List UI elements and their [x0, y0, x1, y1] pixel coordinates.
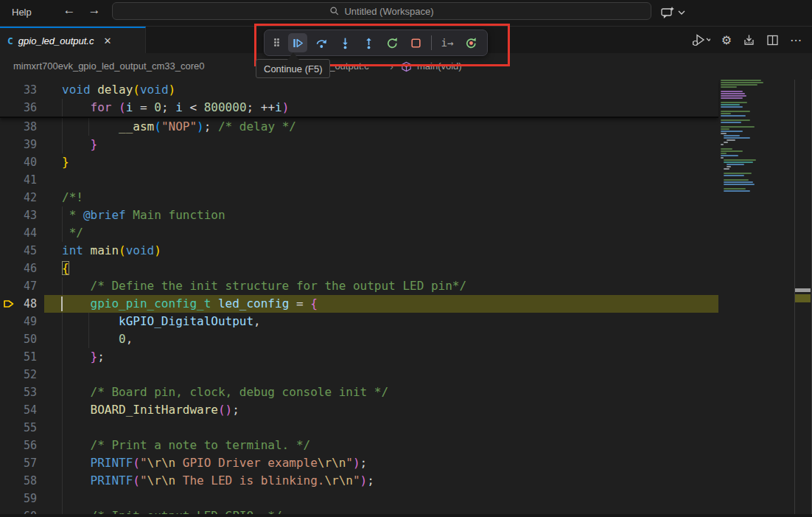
- line-number[interactable]: 44: [0, 224, 37, 242]
- code-line[interactable]: 57 PRINTF("\r\n GPIO Driver example\r\n"…: [0, 454, 718, 472]
- step-into-button[interactable]: [335, 33, 354, 52]
- step-out-button[interactable]: [359, 33, 378, 52]
- line-number[interactable]: 33: [0, 81, 37, 99]
- code-line[interactable]: 56 /* Print a note to terminal. */: [0, 437, 718, 454]
- stop-icon: [410, 37, 422, 49]
- code-line[interactable]: 55: [0, 419, 718, 437]
- line-number[interactable]: 53: [0, 384, 37, 401]
- code-text: __asm("NOP"); /* delay */: [62, 118, 296, 136]
- editor-actions: ⚙ ⋯: [691, 27, 802, 53]
- menu-item-help[interactable]: Help: [7, 5, 36, 19]
- line-number[interactable]: 52: [0, 366, 37, 384]
- minimap[interactable]: [721, 80, 787, 198]
- command-center-search[interactable]: Untitled (Workspace): [112, 2, 651, 20]
- toolbar-drag-handle[interactable]: [270, 33, 284, 52]
- line-number[interactable]: 40: [0, 153, 37, 171]
- restart-button[interactable]: [382, 33, 402, 52]
- code-line[interactable]: 51 };: [0, 348, 718, 366]
- grip-dots-icon: [274, 38, 280, 47]
- line-number[interactable]: 47: [0, 277, 37, 295]
- breadcrumb-project[interactable]: mimxrt700evk_gpio_led_output_cm33_core0: [13, 60, 204, 72]
- line-number[interactable]: 55: [0, 419, 37, 437]
- close-icon[interactable]: ✕: [103, 35, 111, 46]
- editor-pane[interactable]: 38 __asm("NOP"); /* delay */39 }40}4142/…: [0, 80, 812, 517]
- back-arrow-icon[interactable]: ←: [60, 3, 78, 18]
- tooltip-caret: [287, 52, 299, 60]
- line-number[interactable]: 36: [0, 99, 37, 117]
- minimap-line: [721, 119, 750, 121]
- code-line[interactable]: 46{: [0, 260, 718, 277]
- copilot-button[interactable]: [660, 6, 685, 19]
- code-line[interactable]: 45int main(void): [0, 242, 718, 260]
- code-line[interactable]: 40}: [0, 153, 718, 171]
- line-number[interactable]: 39: [0, 136, 37, 153]
- instruction-step-button[interactable]: i→: [438, 33, 457, 52]
- minimap-line: [721, 84, 757, 86]
- split-editor-icon[interactable]: [766, 34, 779, 46]
- code-line[interactable]: 52: [0, 366, 718, 384]
- code-line[interactable]: 50 0,: [0, 330, 718, 348]
- code-line[interactable]: 59: [0, 490, 718, 507]
- command-center-label: Untitled (Workspace): [344, 6, 433, 17]
- tab-gpio-led-output[interactable]: C gpio_led_output.c ✕: [0, 27, 146, 53]
- minimap-line: [724, 142, 728, 143]
- line-number[interactable]: 54: [0, 401, 37, 419]
- line-number[interactable]: 50: [0, 330, 37, 348]
- line-number[interactable]: 38: [0, 118, 37, 136]
- copilot-icon: [660, 6, 675, 19]
- line-number[interactable]: 49: [0, 313, 37, 330]
- code-line[interactable]: 38 __asm("NOP"); /* delay */: [0, 118, 718, 136]
- code-text: BOARD_InitHardware();: [62, 401, 239, 419]
- line-number[interactable]: 59: [0, 490, 37, 507]
- forward-arrow-icon[interactable]: →: [85, 3, 103, 18]
- code-line[interactable]: 47 /* Define the init structure for the …: [0, 277, 718, 295]
- more-actions-icon[interactable]: ⋯: [790, 33, 802, 47]
- line-number[interactable]: 51: [0, 348, 37, 366]
- minimap-line: [721, 150, 743, 152]
- code-text: gpio_pin_config_t led_config = {: [62, 295, 318, 313]
- line-number[interactable]: 41: [0, 171, 37, 189]
- line-number[interactable]: 58: [0, 472, 37, 490]
- line-number[interactable]: 42: [0, 189, 37, 207]
- minimap-line: [727, 166, 731, 167]
- code-line[interactable]: 41: [0, 171, 718, 189]
- minimap-line: [724, 168, 729, 170]
- gear-icon[interactable]: ⚙: [721, 33, 732, 47]
- run-and-debug-button[interactable]: [691, 33, 710, 46]
- minimap-line: [721, 106, 743, 108]
- step-over-button[interactable]: [312, 33, 331, 52]
- code-text: PRINTF("\r\n GPIO Driver example\r\n");: [62, 454, 367, 472]
- indent-guide: [62, 366, 63, 384]
- code-line[interactable]: 54 BOARD_InitHardware();: [0, 401, 718, 419]
- code-line[interactable]: 53 /* Board pin, clock, debug console in…: [0, 384, 718, 401]
- code-line[interactable]: 58 PRINTF("\r\n The LED is blinking.\r\n…: [0, 472, 718, 490]
- code-text: }: [62, 136, 97, 153]
- code-line[interactable]: 39 }: [0, 136, 718, 153]
- sticky-line[interactable]: 33void delay(void): [0, 81, 718, 99]
- code-line[interactable]: 44 */: [0, 224, 718, 242]
- sticky-line[interactable]: 36 for (i = 0; i < 800000; ++i): [0, 99, 718, 117]
- code-text: /* Board pin, clock, debug console init …: [62, 384, 388, 401]
- line-number[interactable]: 43: [0, 207, 37, 224]
- reset-device-button[interactable]: [461, 33, 480, 52]
- line-number[interactable]: 57: [0, 454, 37, 472]
- stop-button[interactable]: [406, 33, 425, 52]
- minimap-line: [721, 82, 763, 83]
- code-text: };: [62, 348, 105, 366]
- line-number[interactable]: 46: [0, 260, 37, 277]
- code-line[interactable]: 43 * @brief Main function: [0, 207, 718, 224]
- code-line[interactable]: 42/*!: [0, 189, 718, 207]
- line-number[interactable]: 56: [0, 437, 37, 454]
- continue-button[interactable]: [288, 33, 307, 52]
- minimap-line: [724, 184, 755, 185]
- vscode-window: Help ← → Untitled (Workspace) C gpio_led…: [0, 0, 812, 517]
- code-line[interactable]: 49 kGPIO_DigitalOutput,: [0, 313, 718, 330]
- code-text: }: [62, 153, 69, 171]
- line-number[interactable]: 45: [0, 242, 37, 260]
- title-bar: Help ← → Untitled (Workspace): [0, 0, 812, 27]
- download-into-target-icon[interactable]: [743, 34, 755, 46]
- minimap-line: [721, 95, 746, 97]
- minimap-line: [721, 157, 724, 159]
- minimap-line: [727, 139, 735, 141]
- code-line[interactable]: 48 gpio_pin_config_t led_config = {: [0, 295, 718, 313]
